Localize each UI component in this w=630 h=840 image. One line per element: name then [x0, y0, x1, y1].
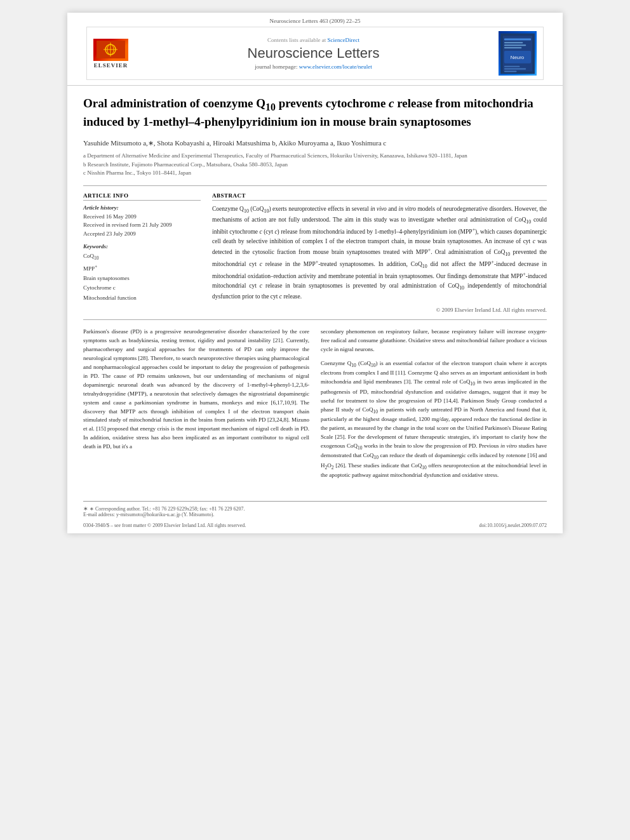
svg-rect-8: [504, 42, 523, 43]
received-date: Received 16 May 2009: [83, 213, 201, 222]
svg-text:Neuro: Neuro: [511, 54, 525, 60]
footer-bottom: 0304-3940/$ – see front matter © 2009 El…: [67, 520, 563, 533]
svg-rect-15: [504, 70, 517, 72]
article-title: Oral administration of coenzyme Q10 prev…: [83, 95, 547, 130]
info-abstract-section: Article Info Article history: Received 1…: [83, 192, 547, 313]
keyword-5: Mitochondrial function: [83, 293, 201, 303]
body-para-3: Coenzyme Q10 (CoQ10) is an essential cof…: [321, 359, 547, 480]
accepted-date: Accepted 23 July 2009: [83, 230, 201, 239]
svg-rect-13: [504, 65, 520, 67]
corresponding-note: ∗ ∗ Corresponding author. Tel.: +81 76 2…: [83, 505, 547, 512]
affiliation-b: b Research Institute, Fujimoto Pharmaceu…: [83, 161, 547, 170]
doi-notice: doi:10.1016/j.neulet.2009.07.072: [479, 523, 547, 528]
body-para-1: Parkinson's disease (PD) is a progressiv…: [83, 328, 309, 451]
affiliation-c: c Nisshin Pharma Inc., Tokyo 101–8441, J…: [83, 169, 547, 178]
sciencedirect-anchor[interactable]: ScienceDirect: [328, 37, 359, 43]
homepage-url[interactable]: www.elsevier.com/locate/neulet: [299, 63, 372, 70]
abstract-text: Coenzyme Q10 (CoQ10) exerts neuroprotect…: [212, 204, 547, 302]
keyword-1: CoQ10: [83, 251, 201, 263]
journal-banner: ELSEVIER Contents lists available at Sci…: [86, 27, 544, 80]
abstract-heading: Abstract: [212, 192, 547, 201]
article-info-heading: Article Info: [83, 192, 201, 201]
sciencedirect-link: Contents lists available at ScienceDirec…: [128, 37, 499, 43]
keyword-3: Brain synaptosomes: [83, 274, 201, 283]
body-column-right: secondary phenomenon on respiratory fail…: [321, 328, 547, 485]
body-para-2: secondary phenomenon on respiratory fail…: [321, 328, 547, 354]
journal-thumbnail: Neuro: [499, 31, 537, 76]
revised-date: Received in revised form 21 July 2009: [83, 221, 201, 230]
elsevier-label: ELSEVIER: [94, 62, 128, 69]
section-divider: [83, 185, 547, 186]
keyword-2: MPP+: [83, 263, 201, 274]
affiliations: a Department of Alternative Medicine and…: [83, 152, 547, 178]
svg-rect-10: [504, 47, 521, 48]
issn-notice: 0304-3940/$ – see front matter © 2009 El…: [83, 523, 246, 528]
keywords-section: Keywords: CoQ10 MPP+ Brain synaptosomes …: [83, 243, 201, 303]
journal-citation: Neuroscience Letters 463 (2009) 22–25: [80, 18, 550, 24]
article-page: Neuroscience Letters 463 (2009) 22–25 EL…: [67, 13, 563, 533]
elsevier-logo-image: [93, 39, 128, 61]
body-divider: [83, 319, 547, 320]
abstract-column: Abstract Coenzyme Q10 (CoQ10) exerts neu…: [212, 192, 547, 313]
body-column-left: Parkinson's disease (PD) is a progressiv…: [83, 328, 309, 485]
body-section: Parkinson's disease (PD) is a progressiv…: [83, 328, 547, 485]
banner-center: Contents lists available at ScienceDirec…: [128, 37, 499, 70]
journal-header: Neuroscience Letters 463 (2009) 22–25 EL…: [67, 13, 563, 86]
article-footer: ∗ ∗ Corresponding author. Tel.: +81 76 2…: [83, 501, 547, 520]
journal-homepage: journal homepage: www.elsevier.com/locat…: [128, 63, 499, 70]
article-info-column: Article Info Article history: Received 1…: [83, 192, 201, 313]
authors: Yasuhide Mitsumoto a,∗, Shota Kobayashi …: [83, 138, 547, 149]
svg-rect-7: [504, 38, 531, 40]
affiliation-a: a Department of Alternative Medicine and…: [83, 152, 547, 161]
keyword-4: Cytochrome c: [83, 283, 201, 293]
history-label: Article history:: [83, 204, 201, 211]
svg-rect-9: [504, 44, 526, 46]
journal-title-banner: Neuroscience Letters: [128, 45, 499, 62]
keywords-list: CoQ10 MPP+ Brain synaptosomes Cytochrome…: [83, 251, 201, 303]
svg-rect-14: [504, 68, 526, 69]
email-note: E-mail address: y-mitsumoto@hokuriku-u.a…: [83, 512, 547, 517]
keywords-label: Keywords:: [83, 243, 201, 250]
elsevier-logo: ELSEVIER: [93, 39, 128, 69]
copyright-notice: © 2009 Elsevier Ireland Ltd. All rights …: [212, 307, 547, 313]
article-body: Oral administration of coenzyme Q10 prev…: [67, 86, 563, 495]
